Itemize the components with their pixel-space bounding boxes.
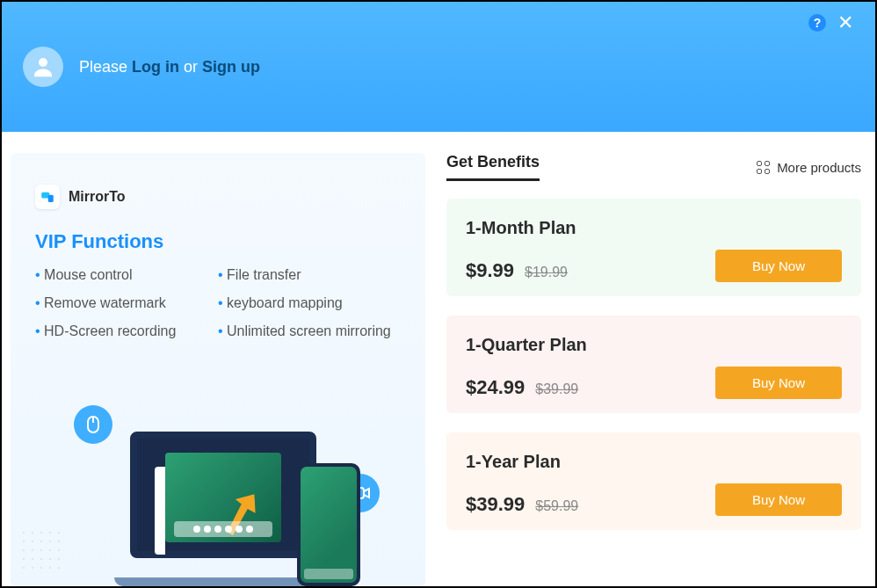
feature-item: Remove watermark xyxy=(35,295,218,311)
plan-title: 1-Quarter Plan xyxy=(466,335,587,355)
plan-card-month: 1-Month Plan $9.99 $19.99 Buy Now xyxy=(446,199,861,296)
signup-link[interactable]: Sign up xyxy=(202,58,260,76)
feature-item: Mouse control xyxy=(35,267,218,283)
plan-old-price: $39.99 xyxy=(535,381,578,397)
svg-rect-2 xyxy=(48,195,54,202)
login-link[interactable]: Log in xyxy=(132,58,179,76)
svg-point-0 xyxy=(39,58,47,67)
vip-title: VIP Functions xyxy=(35,230,401,253)
right-panel: Get Benefits More products 1-Month Plan … xyxy=(446,153,866,586)
plan-old-price: $59.99 xyxy=(535,498,578,514)
feature-item: keyboard mapping xyxy=(218,295,401,311)
feature-list: Mouse control File transfer Remove water… xyxy=(35,267,401,339)
illustration xyxy=(11,402,425,586)
buy-now-button[interactable]: Buy Now xyxy=(715,250,842,282)
app-icon xyxy=(35,185,60,209)
plan-card-year: 1-Year Plan $39.99 $59.99 Buy Now xyxy=(446,432,861,530)
avatar-icon xyxy=(23,47,63,87)
decor-dots xyxy=(19,528,62,570)
plan-title: 1-Month Plan xyxy=(466,218,576,238)
plan-old-price: $19.99 xyxy=(525,265,568,280)
plan-title: 1-Year Plan xyxy=(466,452,578,472)
plan-price: $9.99 xyxy=(466,259,514,282)
help-icon[interactable]: ? xyxy=(808,14,826,32)
feature-item: Unlimited screen mirroring xyxy=(218,323,401,339)
close-icon[interactable]: ✕ xyxy=(837,14,854,32)
plan-price: $24.99 xyxy=(466,376,525,399)
plan-card-quarter: 1-Quarter Plan $24.99 $39.99 Buy Now xyxy=(446,316,861,413)
more-products-link[interactable]: More products xyxy=(757,160,861,175)
phone-illustration xyxy=(297,463,360,586)
plan-price: $39.99 xyxy=(466,493,525,516)
or-label: or xyxy=(179,58,202,76)
mouse-badge-icon xyxy=(74,405,112,444)
tab-get-benefits[interactable]: Get Benefits xyxy=(446,153,540,181)
main: MirrorTo VIP Functions Mouse control Fil… xyxy=(2,132,875,586)
feature-item: File transfer xyxy=(218,267,401,283)
feature-item: HD-Screen recording xyxy=(35,323,218,339)
app-name: MirrorTo xyxy=(69,189,126,205)
login-text: Please Log in or Sign up xyxy=(79,58,260,76)
left-panel: MirrorTo VIP Functions Mouse control Fil… xyxy=(11,153,425,586)
more-products-label: More products xyxy=(777,160,861,175)
please-label: Please xyxy=(79,58,132,76)
grid-icon xyxy=(757,161,770,174)
header: Please Log in or Sign up ? ✕ xyxy=(2,2,875,132)
buy-now-button[interactable]: Buy Now xyxy=(715,367,842,399)
buy-now-button[interactable]: Buy Now xyxy=(715,483,842,516)
